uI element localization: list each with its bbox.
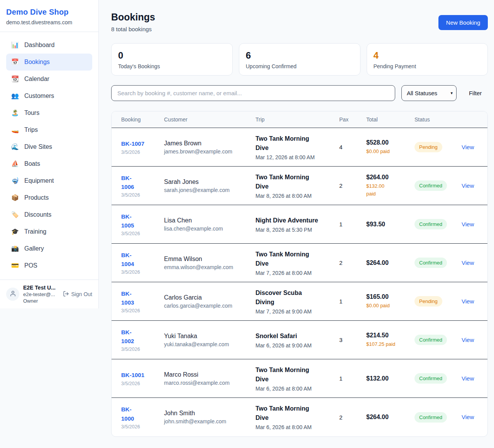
table-row: BK-10013/5/2026Marco Rossimarco.rossi@ex… bbox=[112, 359, 487, 398]
sidebar-item-dashboard[interactable]: 📊Dashboard bbox=[6, 37, 92, 54]
sidebar-item-discounts[interactable]: 🏷️Discounts bbox=[6, 206, 92, 223]
booking-id-link[interactable]: BK- 1004 bbox=[121, 252, 134, 267]
new-booking-button[interactable]: New Booking bbox=[438, 15, 488, 30]
table-row: BK- 10033/5/2026Carlos Garciacarlos.garc… bbox=[112, 282, 487, 321]
sidebar-item-customers[interactable]: 👥Customers bbox=[6, 88, 92, 104]
sidebar-item-bookings[interactable]: 📅Bookings bbox=[6, 54, 92, 71]
brand-name: Demo Dive Shop bbox=[6, 8, 92, 17]
pax-count: 1 bbox=[339, 298, 366, 305]
view-link[interactable]: View bbox=[462, 182, 474, 189]
booking-id-link[interactable]: BK-1001 bbox=[121, 372, 144, 378]
sidebar-item-trips[interactable]: 🚤Trips bbox=[6, 121, 92, 138]
paid-amount: $132.00 paid bbox=[366, 182, 411, 197]
user-name: E2E Test U... bbox=[23, 285, 59, 291]
column-header-status: Status bbox=[414, 116, 462, 123]
sidebar: Demo Dive Shop demo.test.divestreams.com… bbox=[0, 0, 99, 308]
sidebar-item-tours[interactable]: 🏝️Tours bbox=[6, 104, 92, 121]
booking-cell: BK- 10033/5/2026 bbox=[121, 289, 164, 314]
trip-name: Snorkel Safari bbox=[255, 332, 335, 341]
logout-icon bbox=[63, 291, 69, 298]
stat-card-upcoming-confirmed: 6 Upcoming Confirmed bbox=[239, 43, 360, 76]
sidebar-item-equipment[interactable]: 🤿Equipment bbox=[6, 172, 92, 189]
equipment-icon: 🤿 bbox=[11, 178, 19, 184]
customer-name: Yuki Tanaka bbox=[164, 333, 252, 340]
customer-email: sarah.jones@example.com bbox=[164, 187, 252, 193]
view-cell: View bbox=[462, 375, 478, 382]
stat-card-pending-payment: 4 Pending Payment bbox=[367, 43, 488, 76]
booking-date: 3/5/2026 bbox=[121, 381, 160, 386]
booking-id-link[interactable]: BK- 1005 bbox=[121, 213, 134, 229]
view-cell: View bbox=[462, 182, 478, 189]
sidebar-item-label: Products bbox=[24, 194, 49, 201]
stat-label: Pending Payment bbox=[374, 63, 481, 69]
customer-email: marco.rossi@example.com bbox=[164, 380, 252, 386]
view-link[interactable]: View bbox=[462, 298, 474, 305]
sidebar-item-label: Gallery bbox=[24, 245, 44, 252]
trip-datetime: Mar 8, 2026 at 5:30 PM bbox=[255, 227, 335, 233]
sidebar-item-label: Tours bbox=[24, 109, 39, 116]
sidebar-item-dive-sites[interactable]: 🌊Dive Sites bbox=[6, 138, 92, 155]
view-link[interactable]: View bbox=[462, 221, 474, 227]
booking-id-link[interactable]: BK- 1006 bbox=[121, 175, 134, 190]
customer-email: yuki.tanaka@example.com bbox=[164, 341, 252, 347]
sidebar-item-boats[interactable]: ⛵Boats bbox=[6, 155, 92, 172]
customer-name: John Smith bbox=[164, 410, 252, 417]
booking-id-link[interactable]: BK- 1000 bbox=[121, 406, 134, 421]
customer-name: Emma Wilson bbox=[164, 256, 252, 263]
view-link[interactable]: View bbox=[462, 414, 474, 420]
booking-id-link[interactable]: BK-1007 bbox=[121, 140, 144, 147]
view-link[interactable]: View bbox=[462, 375, 474, 382]
trip-cell: Two Tank Morning DiveMar 6, 2026 at 8:00… bbox=[255, 365, 339, 392]
page-header-text: Bookings 8 total bookings bbox=[111, 12, 155, 32]
trip-cell: Two Tank Morning DiveMar 7, 2026 at 8:00… bbox=[255, 250, 339, 276]
booking-date: 3/5/2026 bbox=[121, 150, 160, 155]
trip-cell: Night Dive AdventureMar 8, 2026 at 5:30 … bbox=[255, 216, 339, 233]
status-cell: Pending bbox=[414, 142, 462, 152]
pax-count: 1 bbox=[339, 375, 366, 382]
paid-amount: $0.00 paid bbox=[366, 302, 411, 310]
sign-out-button[interactable]: Sign Out bbox=[63, 291, 92, 298]
booking-id-link[interactable]: BK- 1002 bbox=[121, 329, 134, 344]
trip-cell: Two Tank Morning DiveMar 6, 2026 at 8:00… bbox=[255, 404, 339, 430]
customer-cell: Carlos Garciacarlos.garcia@example.com bbox=[164, 294, 255, 309]
sidebar-item-calendar[interactable]: 📆Calendar bbox=[6, 71, 92, 88]
user-email: e2e-tester@... bbox=[23, 291, 59, 297]
sidebar-item-gallery[interactable]: 📸Gallery bbox=[6, 240, 92, 257]
booking-date: 3/5/2026 bbox=[121, 231, 160, 236]
status-badge: Confirmed bbox=[414, 373, 447, 384]
sidebar-item-pos[interactable]: 💳POS bbox=[6, 257, 92, 274]
trip-name: Two Tank Morning Dive bbox=[255, 404, 335, 423]
sidebar-item-label: Dive Sites bbox=[24, 143, 52, 150]
pax-count: 4 bbox=[339, 144, 366, 150]
view-link[interactable]: View bbox=[462, 259, 474, 266]
trip-name: Two Tank Morning Dive bbox=[255, 250, 335, 268]
status-badge: Confirmed bbox=[414, 219, 447, 229]
status-cell: Confirmed bbox=[414, 373, 462, 384]
customer-cell: Marco Rossimarco.rossi@example.com bbox=[164, 371, 255, 386]
customer-email: lisa.chen@example.com bbox=[164, 226, 252, 232]
status-badge: Confirmed bbox=[414, 335, 447, 345]
trip-cell: Two Tank Morning DiveMar 8, 2026 at 8:00… bbox=[255, 173, 339, 199]
view-link[interactable]: View bbox=[462, 337, 474, 343]
stat-card-todays-bookings: 0 Today's Bookings bbox=[111, 43, 233, 76]
avatar bbox=[6, 288, 19, 301]
sidebar-item-training[interactable]: 🎓Training bbox=[6, 223, 92, 240]
pax-count: 2 bbox=[339, 182, 366, 189]
user-block: E2E Test U... e2e-tester@... Owner Sign … bbox=[0, 280, 98, 308]
bookings-table: Booking Customer Trip Pax Total Status B… bbox=[111, 111, 488, 437]
search-input[interactable] bbox=[111, 85, 395, 101]
column-header-booking: Booking bbox=[121, 116, 164, 123]
booking-id-link[interactable]: BK- 1003 bbox=[121, 290, 134, 306]
tours-icon: 🏝️ bbox=[11, 110, 19, 116]
sidebar-item-products[interactable]: 📦Products bbox=[6, 189, 92, 206]
dashboard-icon: 📊 bbox=[11, 42, 19, 48]
brand-block: Demo Dive Shop demo.test.divestreams.com bbox=[0, 0, 98, 32]
page-header: Bookings 8 total bookings New Booking bbox=[111, 12, 488, 32]
column-header-pax: Pax bbox=[339, 116, 366, 123]
status-filter-select[interactable]: All Statuses bbox=[401, 85, 457, 101]
booking-date: 3/5/2026 bbox=[121, 192, 160, 198]
trip-cell: Snorkel SafariMar 6, 2026 at 9:00 AM bbox=[255, 332, 339, 349]
view-link[interactable]: View bbox=[462, 144, 474, 150]
filter-button[interactable]: Filter bbox=[463, 90, 488, 96]
total-amount: $93.50 bbox=[366, 221, 411, 228]
